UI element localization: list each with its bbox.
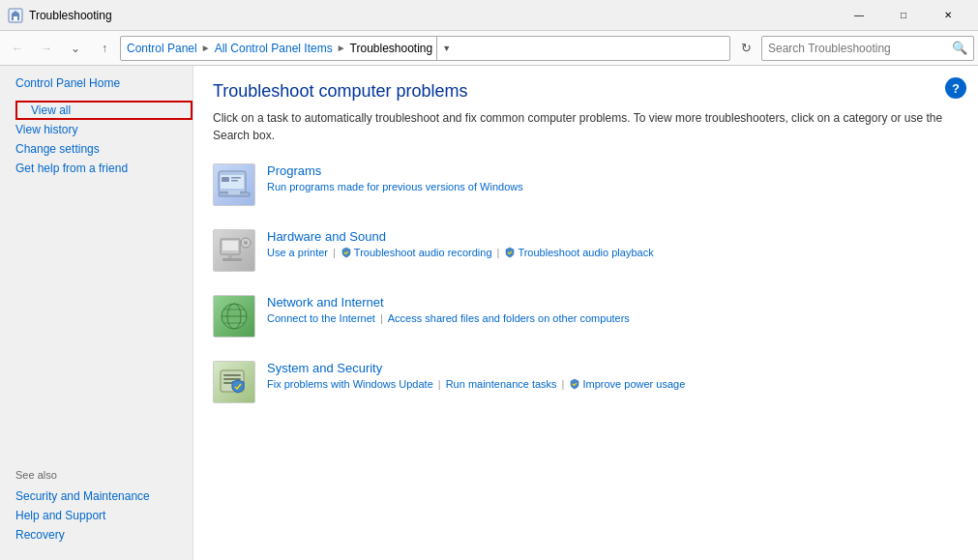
- hardware-sep-1: |: [497, 247, 500, 258]
- breadcrumb-sep-2: ►: [337, 43, 346, 53]
- security-link-1[interactable]: Run maintenance tasks: [446, 378, 557, 390]
- svg-rect-14: [222, 258, 242, 261]
- hardware-link-2[interactable]: Troubleshoot audio playback: [518, 247, 653, 258]
- shield-icon-1: [341, 247, 352, 258]
- hardware-sep-0: |: [333, 247, 336, 258]
- shield-icon-3: [569, 378, 580, 390]
- hardware-link-1[interactable]: Troubleshoot audio recording: [354, 247, 492, 258]
- network-link-0[interactable]: Connect to the Internet: [267, 312, 375, 324]
- up-button[interactable]: ↑: [91, 35, 118, 62]
- svg-rect-7: [231, 177, 241, 179]
- svg-rect-5: [228, 191, 240, 194]
- category-row-programs: Programs Run programs made for previous …: [213, 163, 959, 210]
- svg-rect-21: [223, 374, 241, 376]
- sidebar: Control Panel Home View all View history…: [0, 66, 193, 560]
- sidebar-recovery[interactable]: Recovery: [15, 525, 177, 545]
- search-input[interactable]: [768, 42, 952, 55]
- maximize-button[interactable]: □: [881, 0, 926, 31]
- category-row-security: System and Security Fix problems with Wi…: [213, 361, 959, 407]
- title-bar: Troubleshooting — □ ✕: [0, 0, 978, 31]
- breadcrumb-dropdown-button[interactable]: ▼: [436, 36, 456, 61]
- security-links: Fix problems with Windows Update | Run m…: [267, 378, 959, 390]
- programs-link-0[interactable]: Run programs made for previous versions …: [267, 181, 523, 192]
- search-button[interactable]: 🔍: [952, 41, 967, 55]
- security-icon: [213, 361, 255, 403]
- breadcrumb-troubleshooting: Troubleshooting: [350, 42, 433, 55]
- close-button[interactable]: ✕: [926, 0, 970, 31]
- minimize-button[interactable]: —: [837, 0, 881, 31]
- category-row-hardware: Hardware and Sound Use a printer | Troub…: [213, 229, 959, 276]
- security-link-0[interactable]: Fix problems with Windows Update: [267, 378, 433, 390]
- address-bar: ← → ⌄ ↑ Control Panel ► All Control Pane…: [0, 31, 978, 66]
- window-icon: [8, 8, 23, 23]
- security-sep-0: |: [438, 378, 441, 390]
- sidebar-change-settings[interactable]: Change settings: [0, 139, 193, 159]
- shield-icon-2: [504, 247, 516, 258]
- svg-point-12: [244, 241, 248, 245]
- hardware-title[interactable]: Hardware and Sound: [267, 229, 959, 244]
- sidebar-view-history[interactable]: View history: [0, 120, 193, 139]
- svg-rect-10: [222, 241, 238, 251]
- svg-rect-8: [231, 180, 238, 182]
- breadcrumb-control-panel[interactable]: Control Panel: [127, 42, 197, 55]
- sidebar-get-help[interactable]: Get help from a friend: [0, 159, 193, 178]
- network-links: Connect to the Internet | Access shared …: [267, 312, 959, 324]
- refresh-button[interactable]: ↻: [732, 35, 759, 62]
- svg-rect-1: [14, 16, 17, 20]
- search-box: 🔍: [761, 36, 974, 61]
- svg-rect-13: [228, 254, 232, 258]
- window-title: Troubleshooting: [29, 9, 837, 22]
- security-title[interactable]: System and Security: [267, 361, 959, 375]
- sidebar-view-all[interactable]: View all: [15, 101, 193, 120]
- security-sep-1: |: [562, 378, 565, 390]
- sidebar-control-panel-home[interactable]: Control Panel Home: [0, 74, 193, 93]
- see-also-label: See also: [15, 469, 177, 481]
- programs-icon: [213, 163, 255, 206]
- back-button[interactable]: ←: [4, 35, 31, 62]
- hardware-content: Hardware and Sound Use a printer | Troub…: [267, 229, 959, 258]
- page-title: Troubleshoot computer problems: [213, 81, 959, 102]
- main-layout: Control Panel Home View all View history…: [0, 66, 978, 560]
- svg-rect-6: [222, 177, 229, 182]
- programs-content: Programs Run programs made for previous …: [267, 163, 959, 192]
- network-title[interactable]: Network and Internet: [267, 295, 959, 309]
- sidebar-help-support[interactable]: Help and Support: [15, 506, 177, 525]
- sidebar-security-maintenance[interactable]: Security and Maintenance: [15, 486, 177, 506]
- hardware-links: Use a printer | Troubleshoot audio recor…: [267, 247, 959, 258]
- window-controls: — □ ✕: [837, 0, 970, 31]
- hardware-link-0[interactable]: Use a printer: [267, 247, 328, 258]
- description: Click on a task to automatically trouble…: [213, 109, 959, 144]
- category-row-network: Network and Internet Connect to the Inte…: [213, 295, 959, 341]
- content-area: ? Troubleshoot computer problems Click o…: [193, 66, 978, 560]
- nav-dropdown-button[interactable]: ⌄: [62, 35, 89, 62]
- network-icon: [213, 295, 255, 338]
- breadcrumb-sep-1: ►: [201, 43, 211, 53]
- hardware-icon: [213, 229, 255, 272]
- network-sep-0: |: [380, 312, 383, 324]
- network-link-1[interactable]: Access shared files and folders on other…: [388, 312, 630, 324]
- sidebar-see-also: See also Security and Maintenance Help a…: [0, 446, 193, 552]
- security-content: System and Security Fix problems with Wi…: [267, 361, 959, 390]
- programs-title[interactable]: Programs: [267, 163, 959, 178]
- breadcrumb-bar: Control Panel ► All Control Panel Items …: [120, 36, 730, 61]
- breadcrumb-all-items[interactable]: All Control Panel Items: [215, 42, 333, 55]
- help-button[interactable]: ?: [945, 77, 966, 99]
- programs-links: Run programs made for previous versions …: [267, 181, 959, 192]
- security-link-2[interactable]: Improve power usage: [582, 378, 685, 390]
- network-content: Network and Internet Connect to the Inte…: [267, 295, 959, 324]
- forward-button[interactable]: →: [33, 35, 60, 62]
